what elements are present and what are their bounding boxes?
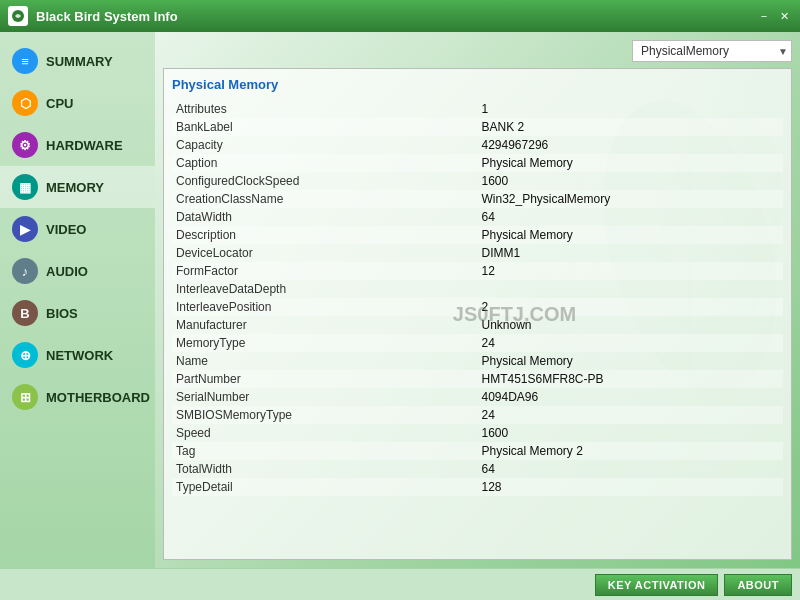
- info-panel: Physical Memory JS0FTJ.COM Attributes1Ba…: [163, 68, 792, 560]
- row-key: Name: [172, 352, 478, 370]
- row-key: Manufacturer: [172, 316, 478, 334]
- row-value: BANK 2: [478, 118, 784, 136]
- row-key: BankLabel: [172, 118, 478, 136]
- table-row: FormFactor12: [172, 262, 783, 280]
- row-key: Speed: [172, 424, 478, 442]
- row-key: Description: [172, 226, 478, 244]
- dropdown-wrapper[interactable]: PhysicalMemoryVirtualMemory ▼: [632, 40, 792, 62]
- sidebar-item-cpu[interactable]: ⬡CPU: [0, 82, 155, 124]
- title-bar: Black Bird System Info − ✕: [0, 0, 800, 32]
- table-row: CaptionPhysical Memory: [172, 154, 783, 172]
- row-key: Attributes: [172, 100, 478, 118]
- memory-icon: ▦: [12, 174, 38, 200]
- sidebar-item-memory[interactable]: ▦MEMORY: [0, 166, 155, 208]
- video-icon: ▶: [12, 216, 38, 242]
- sidebar-label-summary: SUMMARY: [46, 54, 113, 69]
- sidebar: ≡SUMMARY⬡CPU⚙HARDWARE▦MEMORY▶VIDEO♪AUDIO…: [0, 32, 155, 568]
- row-value: DIMM1: [478, 244, 784, 262]
- row-value: 1: [478, 100, 784, 118]
- info-table: Attributes1BankLabelBANK 2Capacity429496…: [172, 100, 783, 496]
- row-value: 64: [478, 208, 784, 226]
- table-row: SMBIOSMemoryType24: [172, 406, 783, 424]
- row-value: Physical Memory: [478, 352, 784, 370]
- table-row: CreationClassNameWin32_PhysicalMemory: [172, 190, 783, 208]
- row-value: Physical Memory 2: [478, 442, 784, 460]
- sidebar-item-network[interactable]: ⊕NETWORK: [0, 334, 155, 376]
- row-value: 12: [478, 262, 784, 280]
- sidebar-label-cpu: CPU: [46, 96, 73, 111]
- row-value: 4294967296: [478, 136, 784, 154]
- main-container: ≡SUMMARY⬡CPU⚙HARDWARE▦MEMORY▶VIDEO♪AUDIO…: [0, 32, 800, 568]
- row-key: SerialNumber: [172, 388, 478, 406]
- row-key: Capacity: [172, 136, 478, 154]
- row-key: TypeDetail: [172, 478, 478, 496]
- dropdown-row: PhysicalMemoryVirtualMemory ▼: [163, 40, 792, 62]
- table-row: BankLabelBANK 2: [172, 118, 783, 136]
- row-value: Unknown: [478, 316, 784, 334]
- sidebar-item-hardware[interactable]: ⚙HARDWARE: [0, 124, 155, 166]
- audio-icon: ♪: [12, 258, 38, 284]
- sidebar-label-bios: BIOS: [46, 306, 78, 321]
- app-title: Black Bird System Info: [36, 9, 178, 24]
- table-row: TagPhysical Memory 2: [172, 442, 783, 460]
- table-row: SerialNumber4094DA96: [172, 388, 783, 406]
- table-row: ManufacturerUnknown: [172, 316, 783, 334]
- sidebar-label-hardware: HARDWARE: [46, 138, 123, 153]
- panel-title: Physical Memory: [172, 77, 783, 92]
- sidebar-item-video[interactable]: ▶VIDEO: [0, 208, 155, 250]
- table-row: MemoryType24: [172, 334, 783, 352]
- row-key: FormFactor: [172, 262, 478, 280]
- row-value: 1600: [478, 424, 784, 442]
- row-value: 64: [478, 460, 784, 478]
- row-value: Physical Memory: [478, 226, 784, 244]
- summary-icon: ≡: [12, 48, 38, 74]
- table-row: Attributes1: [172, 100, 783, 118]
- row-value: HMT451S6MFR8C-PB: [478, 370, 784, 388]
- row-key: SMBIOSMemoryType: [172, 406, 478, 424]
- memory-type-dropdown[interactable]: PhysicalMemoryVirtualMemory: [632, 40, 792, 62]
- row-key: Caption: [172, 154, 478, 172]
- sidebar-item-summary[interactable]: ≡SUMMARY: [0, 40, 155, 82]
- sidebar-item-bios[interactable]: BBIOS: [0, 292, 155, 334]
- row-key: DataWidth: [172, 208, 478, 226]
- table-row: InterleaveDataDepth: [172, 280, 783, 298]
- row-value: 24: [478, 406, 784, 424]
- row-key: ConfiguredClockSpeed: [172, 172, 478, 190]
- bios-icon: B: [12, 300, 38, 326]
- minimize-button[interactable]: −: [756, 8, 772, 24]
- row-value: Physical Memory: [478, 154, 784, 172]
- row-key: MemoryType: [172, 334, 478, 352]
- row-value: Win32_PhysicalMemory: [478, 190, 784, 208]
- sidebar-label-memory: MEMORY: [46, 180, 104, 195]
- row-key: InterleavePosition: [172, 298, 478, 316]
- sidebar-item-audio[interactable]: ♪AUDIO: [0, 250, 155, 292]
- table-row: NamePhysical Memory: [172, 352, 783, 370]
- row-key: InterleaveDataDepth: [172, 280, 478, 298]
- row-value: [478, 280, 784, 298]
- motherboard-icon: ⊞: [12, 384, 38, 410]
- close-button[interactable]: ✕: [776, 8, 792, 24]
- sidebar-item-motherboard[interactable]: ⊞MOTHERBOARD: [0, 376, 155, 418]
- row-value: 1600: [478, 172, 784, 190]
- row-value: 24: [478, 334, 784, 352]
- table-row: TotalWidth64: [172, 460, 783, 478]
- row-value: 2: [478, 298, 784, 316]
- sidebar-label-video: VIDEO: [46, 222, 86, 237]
- row-key: CreationClassName: [172, 190, 478, 208]
- about-button[interactable]: ABOUT: [724, 574, 792, 596]
- content-area: PhysicalMemoryVirtualMemory ▼ Physical M…: [155, 32, 800, 568]
- row-key: PartNumber: [172, 370, 478, 388]
- title-bar-controls: − ✕: [756, 8, 792, 24]
- network-icon: ⊕: [12, 342, 38, 368]
- row-value: 4094DA96: [478, 388, 784, 406]
- table-row: PartNumberHMT451S6MFR8C-PB: [172, 370, 783, 388]
- row-value: 128: [478, 478, 784, 496]
- table-row: InterleavePosition2: [172, 298, 783, 316]
- sidebar-label-network: NETWORK: [46, 348, 113, 363]
- key-activation-button[interactable]: KEY ACTIVATION: [595, 574, 719, 596]
- footer: KEY ACTIVATION ABOUT: [0, 568, 800, 600]
- table-row: DescriptionPhysical Memory: [172, 226, 783, 244]
- table-row: Capacity4294967296: [172, 136, 783, 154]
- table-row: Speed1600: [172, 424, 783, 442]
- row-key: TotalWidth: [172, 460, 478, 478]
